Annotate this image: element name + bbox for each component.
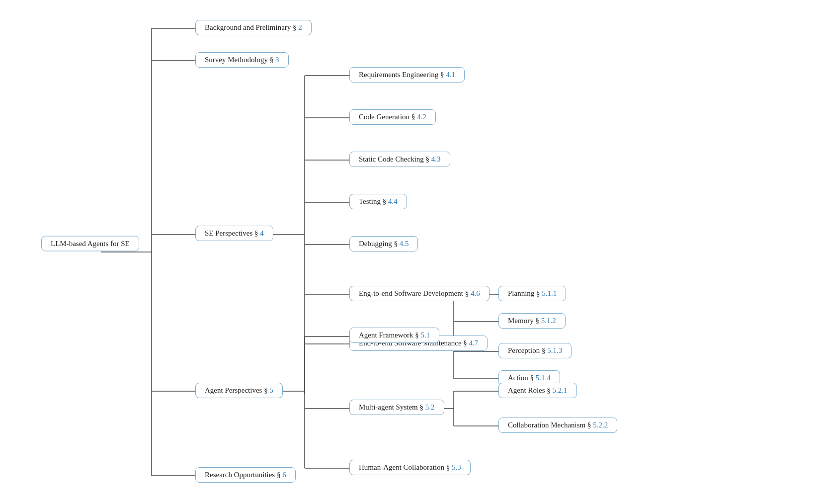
node-agent-perspectives: Agent Perspectives § 5 xyxy=(195,383,283,398)
node-agent-roles: Agent Roles § 5.2.1 xyxy=(498,383,577,398)
node-background: Background and Preliminary § 2 xyxy=(195,20,312,35)
node-perception: Perception § 5.1.3 xyxy=(498,343,572,358)
node-research: Research Opportunities § 6 xyxy=(195,467,296,483)
root-label: LLM-based Agents for SE xyxy=(51,240,130,248)
node-human-agent: Human-Agent Collaboration § 5.3 xyxy=(349,460,471,475)
node-research-label: Research Opportunities § 6 xyxy=(205,471,286,479)
node-se-label: SE Perspectives § 4 xyxy=(205,229,264,237)
node-static-code: Static Code Checking § 4.3 xyxy=(349,152,450,167)
node-debugging: Debugging § 4.5 xyxy=(349,236,418,252)
diagram: LLM-based Agents for SE Background and P… xyxy=(41,11,787,493)
node-background-label: Background and Preliminary § 2 xyxy=(205,23,302,31)
node-collab-mech: Collaboration Mechanism § 5.2.2 xyxy=(498,418,617,433)
node-se-perspectives: SE Perspectives § 4 xyxy=(195,226,273,241)
connector-lines xyxy=(41,11,787,493)
root-node: LLM-based Agents for SE xyxy=(41,236,139,252)
node-e2e-dev: Eng-to-end Software Development § 4.6 xyxy=(349,286,490,301)
node-code-gen: Code Generation § 4.2 xyxy=(349,109,436,125)
node-agent-label: Agent Perspectives § 5 xyxy=(205,386,273,394)
node-survey: Survey Methodology § 3 xyxy=(195,52,289,68)
node-testing: Testing § 4.4 xyxy=(349,194,407,209)
node-multi-agent: Multi-agent System § 5.2 xyxy=(349,400,444,415)
node-survey-label: Survey Methodology § 3 xyxy=(205,56,279,64)
node-memory: Memory § 5.1.2 xyxy=(498,313,566,329)
tree-container: LLM-based Agents for SE Background and P… xyxy=(21,1,797,503)
node-planning: Planning § 5.1.1 xyxy=(498,286,566,301)
node-agent-framework: Agent Framework § 5.1 xyxy=(349,328,439,343)
node-req-eng: Requirements Engineering § 4.1 xyxy=(349,67,465,83)
